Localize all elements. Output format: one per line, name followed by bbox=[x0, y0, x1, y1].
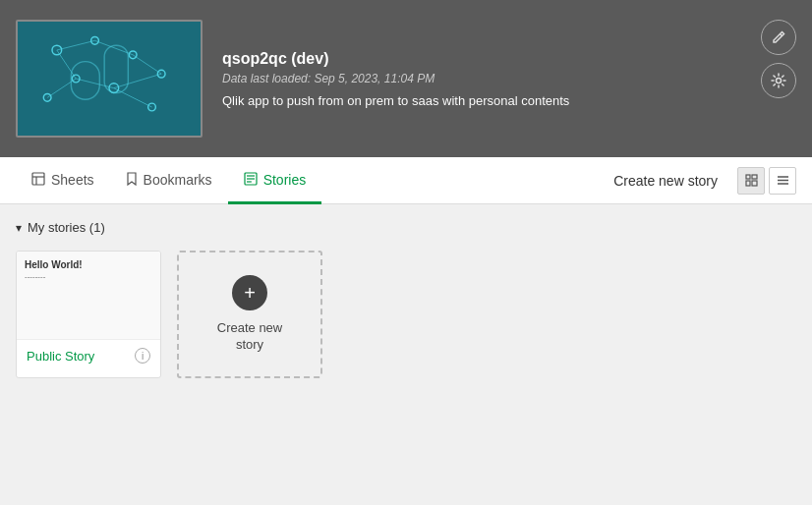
app-info: qsop2qc (dev) Data last loaded: Sep 5, 2… bbox=[222, 50, 796, 108]
sheets-icon bbox=[31, 172, 45, 189]
info-icon[interactable]: i bbox=[135, 348, 150, 364]
tab-bookmarks[interactable]: Bookmarks bbox=[110, 158, 228, 204]
story-thumbnail: Hello World! -------- bbox=[17, 252, 161, 340]
stories-icon bbox=[244, 172, 258, 189]
story-footer: Public Story i bbox=[17, 340, 160, 371]
svg-rect-28 bbox=[752, 175, 757, 179]
view-toggle bbox=[737, 167, 796, 195]
svg-rect-29 bbox=[746, 181, 750, 186]
create-story-button[interactable]: Create new story bbox=[606, 169, 725, 193]
create-card-label: Create newstory bbox=[217, 320, 282, 354]
list-view-button[interactable] bbox=[769, 167, 796, 195]
tab-sheets-label: Sheets bbox=[51, 172, 94, 188]
section-label: My stories (1) bbox=[28, 220, 105, 235]
story-card[interactable]: Hello World! -------- Public Story i bbox=[16, 251, 161, 378]
stories-grid: Hello World! -------- Public Story i + C… bbox=[16, 251, 796, 378]
story-thumb-title: Hello World! bbox=[25, 259, 83, 270]
app-date: Data last loaded: Sep 5, 2023, 11:04 PM bbox=[222, 72, 796, 85]
nav-tabs: Sheets Bookmarks Stories Create new stor… bbox=[0, 157, 812, 204]
edit-button[interactable] bbox=[761, 20, 796, 55]
app-title: qsop2qc (dev) bbox=[222, 50, 796, 68]
header-actions bbox=[761, 20, 796, 98]
chevron-down-icon: ▾ bbox=[16, 221, 22, 235]
app-header: qsop2qc (dev) Data last loaded: Sep 5, 2… bbox=[0, 0, 812, 157]
tab-stories-label: Stories bbox=[263, 172, 307, 188]
svg-rect-0 bbox=[19, 22, 200, 136]
svg-rect-30 bbox=[752, 181, 757, 186]
tab-sheets[interactable]: Sheets bbox=[16, 158, 110, 204]
settings-button[interactable] bbox=[761, 63, 796, 98]
plus-icon: + bbox=[232, 275, 267, 310]
svg-rect-20 bbox=[32, 173, 44, 185]
tab-stories[interactable]: Stories bbox=[228, 158, 322, 204]
svg-rect-27 bbox=[746, 175, 750, 179]
tab-bookmarks-label: Bookmarks bbox=[144, 172, 212, 188]
app-thumbnail bbox=[16, 20, 203, 138]
main-content: ▾ My stories (1) Hello World! -------- P… bbox=[0, 204, 812, 505]
bookmarks-icon bbox=[126, 172, 138, 189]
section-header[interactable]: ▾ My stories (1) bbox=[16, 220, 796, 235]
grid-view-button[interactable] bbox=[737, 167, 765, 195]
app-description: Qlik app to push from on prem to saas wi… bbox=[222, 93, 796, 108]
svg-point-19 bbox=[777, 79, 782, 84]
story-name: Public Story bbox=[27, 349, 94, 364]
create-new-story-card[interactable]: + Create newstory bbox=[177, 251, 322, 378]
story-thumb-subtitle: -------- bbox=[25, 272, 83, 281]
